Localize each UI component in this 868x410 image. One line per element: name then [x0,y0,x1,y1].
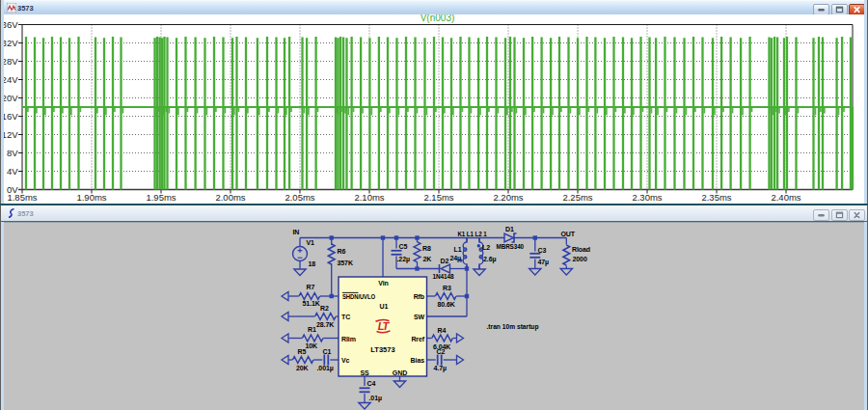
label-value: 1N4148 [433,272,454,279]
pin-label-sw: SW [414,314,425,320]
label-value: 28.7K [316,321,334,328]
component-R5[interactable]: R520K [292,348,313,371]
label-refdes: L1 [454,246,462,253]
component-R3[interactable]: R380.6K [435,285,456,308]
component-Rload[interactable]: Rload2000 [563,245,590,265]
schematic-pane[interactable]: INOUTV118R6357KR751.1KR228.7KR110KR520KC… [4,222,864,410]
plot-area[interactable]: V(n003)0V4V8V12V16V20V24V28V32V36V1.85ms… [4,14,853,203]
ground-symbol[interactable] [474,269,485,276]
resistor-body [292,356,313,363]
schematic-minimize-button[interactable] [813,209,829,221]
label-refdes: R7 [307,284,315,290]
component-U1[interactable]: VinSHDN/UVLOTCRlimVcRfbSWRrefBiasSSGNDU1… [339,277,427,376]
port-flag[interactable] [457,334,464,342]
trace-vn003[interactable] [22,36,853,189]
y-tick-label: 16V [4,110,18,121]
y-tick-label: 4V [7,165,18,176]
resistor-body [432,335,453,342]
y-tick-label: 12V [4,128,18,139]
ground-symbol[interactable] [393,381,405,388]
schematic-drawing: INOUTV118R6357KR751.1KR228.7KR110KR520KC… [4,223,864,410]
label-value: MBRS340 [497,243,525,250]
label-refdes: C4 [367,379,376,386]
ground-symbol[interactable] [294,269,306,276]
component-R4[interactable]: R46.04K [432,326,453,349]
ground-symbol[interactable] [529,268,541,275]
schematic-titlebar-buttons [813,209,865,221]
component-V1[interactable]: V118 [293,239,316,267]
ground-symbol[interactable] [560,268,572,275]
label-value: 2000 [573,256,587,262]
close-icon [850,5,864,14]
resistor-body [302,335,323,342]
label-refdes: V1 [307,239,315,246]
pin-label-gnd: GND [393,369,407,375]
pin-label-rlim: Rlim [341,335,356,342]
resistor-body [435,292,456,299]
pin-label-tc: TC [341,314,350,320]
component-C5[interactable]: C5.22µ [392,243,410,263]
inductor-body [463,237,467,268]
port-flag[interactable] [282,355,288,364]
schematic-maximize-button[interactable] [831,209,848,221]
component-R6[interactable]: R6357K [328,244,353,266]
label-value: 24µ [450,255,462,262]
component-L1[interactable]: L124µ [450,237,468,268]
resistor-body [299,292,320,299]
component-C4[interactable]: C4.01µ [360,379,382,401]
waveform-titlebar[interactable]: 3573 [1,0,867,15]
port-flag[interactable] [282,291,288,300]
pin-label-shdnuvlo: SHDN/UVLO [342,293,376,300]
pin-label-vc: Vc [341,357,350,364]
y-tick-label: 24V [4,73,18,84]
ground-symbol[interactable] [359,402,370,409]
pin-label-ss: SS [360,369,369,375]
component-R2[interactable]: R228.7K [315,305,337,328]
component-L2[interactable]: L22.6µ [477,237,497,268]
port-flag[interactable] [282,312,288,320]
component-R7[interactable]: R751.1K [299,284,320,307]
schematic-window: 3573 INOUTV118R6357KR751.1KR228.7KR110KR… [1,205,867,410]
label-refdes: R6 [338,248,346,255]
maximize-icon [832,210,847,220]
component-R1[interactable]: R110K [302,326,323,349]
label-refdes: L2 [482,243,490,250]
y-tick-label: 8V [7,147,18,157]
label-refdes: R5 [298,348,307,355]
label-value: 10K [306,342,318,349]
label-refdes: C3 [538,246,547,253]
schematic-titlebar[interactable]: 3573 [1,205,867,221]
label-refdes: R4 [438,326,447,333]
minimize-icon [814,5,828,14]
inductor-body [479,237,483,268]
label-refdes: R8 [422,245,431,252]
ic-part-number: LT3573 [370,345,394,354]
net-label-in[interactable]: IN [293,229,300,235]
spice-directive[interactable]: .tran 10m startup [487,321,540,330]
grounds [294,268,573,409]
component-C3[interactable]: C347µ [529,246,549,265]
waveform-pane[interactable]: V(n003)0V4V8V12V16V20V24V28V32V36V1.85ms… [4,14,864,205]
label-value: 18 [309,260,316,267]
junction-dot [330,235,334,239]
port-flag[interactable] [282,334,288,342]
y-tick-label: 20V [4,92,18,102]
schematic-window-right-border [864,222,867,410]
label-value: 357K [338,260,353,266]
coupling-statement[interactable]: K1 L1 L2 1 [458,231,487,237]
label-refdes: C5 [399,243,408,250]
schematic-close-button[interactable] [849,209,865,221]
schematic-window-title: 3573 [17,209,34,218]
label-value: 4.7µ [434,365,447,372]
port-flag[interactable] [457,355,464,364]
resistor-body [414,241,420,261]
waveform-window-icon [7,3,16,13]
component-R8[interactable]: R82K [414,241,431,261]
junction-dot [533,235,537,239]
resistor-body [315,313,337,319]
phase-dot [477,244,480,247]
net-label-out[interactable]: OUT [561,231,576,237]
label-refdes: R1 [308,326,316,333]
y-tick-label: 28V [4,55,18,66]
close-icon [850,210,864,220]
